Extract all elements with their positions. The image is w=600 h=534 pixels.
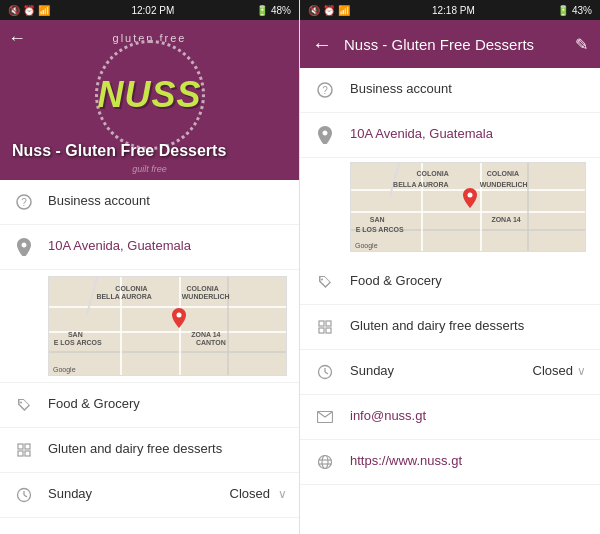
svg-line-19 [325,372,328,374]
right-location-icon [314,124,336,146]
map-label-san: SAN [68,331,83,338]
left-panel: 🔇 ⏰ 📶 12:02 PM 🔋 48% ← gluten free NUSS … [0,0,300,534]
business-account-label: Business account [48,190,287,210]
map-label-los-arcos: E LOS ARCOS [54,339,102,346]
description-text: Gluten and dairy free desserts [48,438,287,458]
svg-rect-4 [25,444,30,449]
left-status-icons: 🔇 ⏰ 📶 [8,5,50,16]
right-business-account-label: Business account [350,79,586,98]
right-map-label-san: SAN [370,216,385,223]
right-category-item: Food & Grocery [300,260,600,305]
map-label-bella: BELLA AURORA [96,293,151,300]
map-item[interactable]: COLONIA BELLA AURORA COLONIA WUNDERLICH … [0,270,299,383]
hours-day: Sunday [48,485,230,503]
right-map-label-los-arcos: E LOS ARCOS [356,226,404,233]
svg-rect-3 [18,444,23,449]
clock-icon [12,483,36,507]
right-clock-icon [314,361,336,383]
svg-line-9 [24,495,27,497]
left-status-bar: 🔇 ⏰ 📶 12:02 PM 🔋 48% [0,0,299,20]
category-text: Food & Grocery [48,393,287,413]
category-item: Food & Grocery [0,383,299,428]
nuss-logo: NUSS [95,40,205,150]
app-bar-title: Nuss - Gluten Free Desserts [344,36,575,53]
right-map-label-wunderlich: WUNDERLICH [480,181,528,188]
location-icon [12,235,36,259]
tag-icon [12,393,36,417]
back-button[interactable]: ← [312,33,332,56]
hero-back-button[interactable]: ← [8,28,26,49]
right-hours-status: Closed [533,362,573,380]
business-account-item: ? Business account [0,180,299,225]
nuss-word: NUSS [97,74,201,116]
right-hours-row: Sunday Closed ∨ [350,362,586,380]
map-label-colonia2: COLONIA [186,285,218,292]
building-icon [12,438,36,462]
map-label-zona14: ZONA 14 [191,331,220,338]
right-status-bar: 🔇 ⏰ 📶 12:18 PM 🔋 43% [300,0,600,20]
right-panel: 🔇 ⏰ 📶 12:18 PM 🔋 43% ← Nuss - Gluten Fre… [300,0,600,534]
svg-rect-13 [319,321,324,326]
map-label-colonia1: COLONIA [115,285,147,292]
svg-point-12 [468,192,473,197]
right-map-pin [463,188,477,212]
right-mail-icon [314,406,336,428]
left-info-list: ? Business account 10A Avenida, Guatemal… [0,180,299,534]
svg-point-22 [322,456,328,469]
google-logo: Google [53,366,76,373]
right-category-text: Food & Grocery [350,271,586,290]
right-time: 12:18 PM [432,5,475,16]
right-map-label-zona14: ZONA 14 [491,216,520,223]
svg-rect-16 [326,328,331,333]
hours-item[interactable]: Sunday Closed ∨ [0,473,299,518]
hero-image: ← gluten free NUSS Nuss - Gluten Free De… [0,20,299,180]
svg-text:?: ? [21,197,27,208]
svg-rect-6 [25,451,30,456]
svg-point-21 [319,456,332,469]
chevron-down-icon[interactable]: ∨ [278,486,287,503]
hero-title: Nuss - Gluten Free Desserts [12,141,226,162]
right-address-item[interactable]: 10A Avenida, Guatemala [300,113,600,158]
left-time: 12:02 PM [131,5,174,16]
map-label-canton: CANTON [196,339,226,346]
right-map-item[interactable]: COLONIA BELLA AURORA COLONIA WUNDERLICH … [300,158,600,260]
svg-rect-15 [319,328,324,333]
svg-text:?: ? [322,85,328,96]
hours-content: Sunday Closed ∨ [48,483,287,503]
guilt-free-label: guilt free [132,164,167,174]
right-hours-item[interactable]: Sunday Closed ∨ [300,350,600,395]
right-website-item[interactable]: https://www.nuss.gt [300,440,600,485]
right-map-label-colonia1: COLONIA [417,170,449,177]
right-description-item: Gluten and dairy free desserts [300,305,600,350]
right-chevron-down-icon[interactable]: ∨ [577,363,586,380]
map-view[interactable]: COLONIA BELLA AURORA COLONIA WUNDERLICH … [48,276,287,376]
edit-button[interactable]: ✎ [575,35,588,54]
right-description-text: Gluten and dairy free desserts [350,316,586,335]
right-building-icon [314,316,336,338]
right-map-label-bella: BELLA AURORA [393,181,448,188]
hours-row: Sunday Closed ∨ [48,485,287,503]
right-battery-icons: 🔋 43% [557,5,592,16]
svg-rect-14 [326,321,331,326]
right-map-view[interactable]: COLONIA BELLA AURORA COLONIA WUNDERLICH … [350,162,586,252]
address-item[interactable]: 10A Avenida, Guatemala [0,225,299,270]
svg-point-2 [177,313,182,318]
map-label-wunderlich: WUNDERLICH [182,293,230,300]
description-item: Gluten and dairy free desserts [0,428,299,473]
hours-status: Closed [230,485,270,503]
right-status-icons: 🔇 ⏰ 📶 [308,5,350,16]
right-email-item[interactable]: info@nuss.gt [300,395,600,440]
right-tag-icon [314,271,336,293]
right-business-account-item: ? Business account [300,68,600,113]
map-pin [172,308,186,332]
right-map-label-colonia2: COLONIA [487,170,519,177]
question-icon: ? [12,190,36,214]
nuss-circle: NUSS [95,40,205,150]
right-hours-content: Sunday Closed ∨ [350,361,586,380]
right-hours-day: Sunday [350,362,533,380]
right-google-logo: Google [355,242,378,249]
right-globe-icon [314,451,336,473]
app-bar: ← Nuss - Gluten Free Desserts ✎ [300,20,600,68]
right-info-list: ? Business account 10A Avenida, Guatemal… [300,68,600,534]
right-address-text: 10A Avenida, Guatemala [350,124,586,143]
